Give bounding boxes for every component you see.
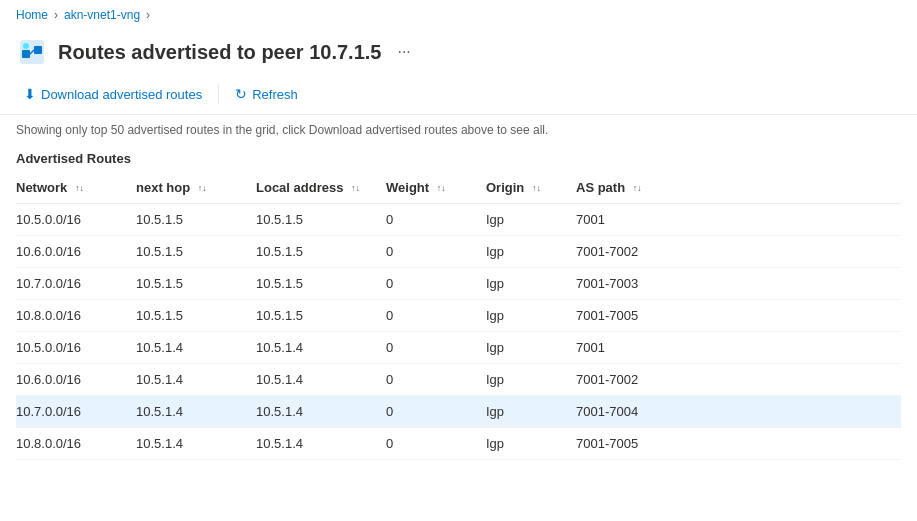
cell-nexthop-6: 10.5.1.4 — [136, 396, 256, 428]
toolbar: ⬇ Download advertised routes ↻ Refresh — [0, 78, 917, 115]
col-header-origin[interactable]: Origin ↑↓ — [486, 172, 576, 204]
table-row[interactable]: 10.6.0.0/1610.5.1.410.5.1.40Igp7001-7002 — [16, 364, 901, 396]
routes-table: Network ↑↓ next hop ↑↓ Local address ↑↓ … — [16, 172, 901, 460]
cell-origin-4: Igp — [486, 332, 576, 364]
cell-weight-7: 0 — [386, 428, 486, 460]
refresh-button[interactable]: ↻ Refresh — [227, 82, 306, 106]
cell-network-1: 10.6.0.0/16 — [16, 236, 136, 268]
info-bar: Showing only top 50 advertised routes in… — [0, 115, 917, 145]
page-header: Routes advertised to peer 10.7.1.5 ··· — [0, 30, 917, 78]
cell-origin-5: Igp — [486, 364, 576, 396]
col-header-weight[interactable]: Weight ↑↓ — [386, 172, 486, 204]
cell-network-6: 10.7.0.0/16 — [16, 396, 136, 428]
table-row[interactable]: 10.8.0.0/1610.5.1.410.5.1.40Igp7001-7005 — [16, 428, 901, 460]
col-header-network[interactable]: Network ↑↓ — [16, 172, 136, 204]
breadcrumb: Home › akn-vnet1-vng › — [0, 0, 917, 30]
cell-aspath-5: 7001-7002 — [576, 364, 901, 396]
cell-weight-0: 0 — [386, 204, 486, 236]
sort-icon-localaddr: ↑↓ — [351, 184, 360, 193]
cell-network-4: 10.5.0.0/16 — [16, 332, 136, 364]
table-row[interactable]: 10.7.0.0/1610.5.1.410.5.1.40Igp7001-7004 — [16, 396, 901, 428]
cell-localaddr-7: 10.5.1.4 — [256, 428, 386, 460]
cell-origin-3: Igp — [486, 300, 576, 332]
table-row[interactable]: 10.8.0.0/1610.5.1.510.5.1.50Igp7001-7005 — [16, 300, 901, 332]
table-body: 10.5.0.0/1610.5.1.510.5.1.50Igp700110.6.… — [16, 204, 901, 460]
cell-network-3: 10.8.0.0/16 — [16, 300, 136, 332]
page-title: Routes advertised to peer 10.7.1.5 — [58, 41, 381, 64]
cell-aspath-0: 7001 — [576, 204, 901, 236]
download-label: Download advertised routes — [41, 87, 202, 102]
breadcrumb-home[interactable]: Home — [16, 8, 48, 22]
svg-rect-2 — [34, 46, 42, 54]
cell-aspath-2: 7001-7003 — [576, 268, 901, 300]
info-bar-text: Showing only top 50 advertised routes in… — [16, 123, 548, 137]
svg-rect-1 — [22, 50, 30, 58]
svg-point-4 — [23, 43, 29, 49]
cell-aspath-1: 7001-7002 — [576, 236, 901, 268]
cell-nexthop-3: 10.5.1.5 — [136, 300, 256, 332]
cell-network-2: 10.7.0.0/16 — [16, 268, 136, 300]
cell-aspath-4: 7001 — [576, 332, 901, 364]
refresh-icon: ↻ — [235, 86, 247, 102]
download-button[interactable]: ⬇ Download advertised routes — [16, 82, 210, 106]
page-icon — [16, 36, 48, 68]
section-title: Advertised Routes — [0, 145, 917, 172]
cell-localaddr-1: 10.5.1.5 — [256, 236, 386, 268]
cell-aspath-7: 7001-7005 — [576, 428, 901, 460]
sort-icon-origin: ↑↓ — [532, 184, 541, 193]
ellipsis-button[interactable]: ··· — [391, 41, 416, 63]
cell-nexthop-4: 10.5.1.4 — [136, 332, 256, 364]
table-container: Network ↑↓ next hop ↑↓ Local address ↑↓ … — [0, 172, 917, 460]
cell-origin-6: Igp — [486, 396, 576, 428]
cell-origin-1: Igp — [486, 236, 576, 268]
cell-nexthop-5: 10.5.1.4 — [136, 364, 256, 396]
cell-network-5: 10.6.0.0/16 — [16, 364, 136, 396]
cell-network-7: 10.8.0.0/16 — [16, 428, 136, 460]
cell-localaddr-5: 10.5.1.4 — [256, 364, 386, 396]
cell-weight-5: 0 — [386, 364, 486, 396]
download-icon: ⬇ — [24, 86, 36, 102]
refresh-label: Refresh — [252, 87, 298, 102]
table-header: Network ↑↓ next hop ↑↓ Local address ↑↓ … — [16, 172, 901, 204]
sort-icon-nexthop: ↑↓ — [198, 184, 207, 193]
sort-icon-weight: ↑↓ — [437, 184, 446, 193]
cell-origin-2: Igp — [486, 268, 576, 300]
cell-localaddr-4: 10.5.1.4 — [256, 332, 386, 364]
cell-localaddr-3: 10.5.1.5 — [256, 300, 386, 332]
sort-icon-aspath: ↑↓ — [633, 184, 642, 193]
breadcrumb-sep1: › — [54, 8, 58, 22]
cell-localaddr-6: 10.5.1.4 — [256, 396, 386, 428]
table-row[interactable]: 10.7.0.0/1610.5.1.510.5.1.50Igp7001-7003 — [16, 268, 901, 300]
toolbar-divider — [218, 84, 219, 104]
cell-localaddr-2: 10.5.1.5 — [256, 268, 386, 300]
cell-nexthop-1: 10.5.1.5 — [136, 236, 256, 268]
table-row[interactable]: 10.5.0.0/1610.5.1.410.5.1.40Igp7001 — [16, 332, 901, 364]
cell-aspath-6: 7001-7004 — [576, 396, 901, 428]
col-header-localaddr[interactable]: Local address ↑↓ — [256, 172, 386, 204]
cell-aspath-3: 7001-7005 — [576, 300, 901, 332]
table-row[interactable]: 10.6.0.0/1610.5.1.510.5.1.50Igp7001-7002 — [16, 236, 901, 268]
breadcrumb-parent[interactable]: akn-vnet1-vng — [64, 8, 140, 22]
cell-network-0: 10.5.0.0/16 — [16, 204, 136, 236]
cell-weight-3: 0 — [386, 300, 486, 332]
cell-nexthop-0: 10.5.1.5 — [136, 204, 256, 236]
cell-localaddr-0: 10.5.1.5 — [256, 204, 386, 236]
col-header-aspath[interactable]: AS path ↑↓ — [576, 172, 901, 204]
cell-weight-1: 0 — [386, 236, 486, 268]
cell-nexthop-7: 10.5.1.4 — [136, 428, 256, 460]
table-row[interactable]: 10.5.0.0/1610.5.1.510.5.1.50Igp7001 — [16, 204, 901, 236]
col-header-nexthop[interactable]: next hop ↑↓ — [136, 172, 256, 204]
cell-weight-6: 0 — [386, 396, 486, 428]
cell-origin-0: Igp — [486, 204, 576, 236]
cell-nexthop-2: 10.5.1.5 — [136, 268, 256, 300]
route-icon — [18, 38, 46, 66]
breadcrumb-sep2: › — [146, 8, 150, 22]
cell-weight-2: 0 — [386, 268, 486, 300]
cell-weight-4: 0 — [386, 332, 486, 364]
sort-icon-network: ↑↓ — [75, 184, 84, 193]
cell-origin-7: Igp — [486, 428, 576, 460]
